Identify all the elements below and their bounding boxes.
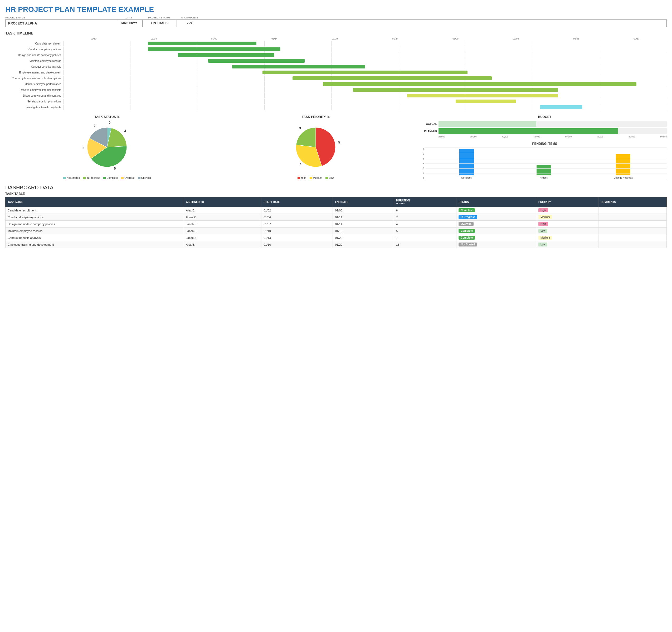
task-table: TASK NAMEASSIGNED TOSTART DATEEND DATEDU… <box>5 197 667 248</box>
page-title: HR PROJECT PLAN TEMPLATE EXAMPLE <box>5 5 667 14</box>
task-timeline-title: TASK TIMELINE <box>5 31 667 35</box>
task-status-pie <box>81 121 133 174</box>
table-row: Design and update company policiesJacob … <box>5 221 667 228</box>
project-info-row: PROJECT ALPHA MM/DD/YY ON TRACK 72% <box>5 20 667 27</box>
project-complete-label: % COMPLETE <box>176 16 203 19</box>
table-header: DURATIONin days <box>394 197 456 207</box>
legend-item: Complete <box>103 176 118 179</box>
gantt-chart: 12/3001/0401/0901/1401/1901/2401/2902/03… <box>5 37 667 110</box>
gantt-row: Conduct job analysis and role descriptio… <box>5 76 667 81</box>
pending-bar-group: Decisions <box>459 149 474 179</box>
legend-item: Overdue <box>121 176 135 179</box>
table-row: Candidate recruitmentAlex B.01/0201/086C… <box>5 207 667 214</box>
gantt-row: Conduct benefits analysis <box>5 64 667 69</box>
status-badge: Complete <box>459 229 475 233</box>
legend-item: Low <box>326 176 334 179</box>
legend-item: On Hold <box>138 176 151 179</box>
task-status-legend: Not StartedIn ProgressCompleteOverdueOn … <box>5 176 209 179</box>
table-header: ASSIGNED TO <box>184 197 261 207</box>
task-priority-title: TASK PRIORITY % <box>214 115 417 119</box>
pending-items-chart: PENDING ITEMS 6543210DecisionsActionsCha… <box>423 142 667 179</box>
project-complete-value: 72% <box>177 20 203 27</box>
project-name-value: PROJECT ALPHA <box>5 20 116 27</box>
legend-item: High <box>297 176 307 179</box>
pending-items-title: PENDING ITEMS <box>423 142 667 146</box>
status-badge: Complete <box>459 236 475 239</box>
status-badge: Not Started <box>459 243 477 247</box>
table-subtitle: TASK TABLE <box>5 192 667 196</box>
table-header: PRIORITY <box>536 197 598 207</box>
gantt-row: Resolve employee internal conflicts <box>5 87 667 93</box>
task-status-title: TASK STATUS % <box>5 115 209 119</box>
table-row: Conduct disciplinary actionsFrank C.01/0… <box>5 214 667 221</box>
status-badge: In Progress <box>459 215 477 219</box>
priority-badge: High <box>538 222 548 226</box>
budget-row: PLANNED <box>423 128 667 134</box>
project-status-value: ON TRACK <box>143 20 177 27</box>
table-header: STATUS <box>456 197 536 207</box>
priority-badge: Medium <box>538 236 552 239</box>
table-row: Maintain employee recordsJacob S.01/1001… <box>5 228 667 234</box>
legend-item: Not Started <box>63 176 80 179</box>
table-header: END DATE <box>333 197 394 207</box>
table-row: Employee training and developmentAlex B.… <box>5 241 667 248</box>
task-priority-legend: HighMediumLow <box>214 176 417 179</box>
gantt-row: Monitor employee performance <box>5 81 667 86</box>
budget-title: BUDGET <box>423 115 667 119</box>
priority-badge: Medium <box>538 215 552 219</box>
gantt-row: Conduct disciplinary actions <box>5 47 667 52</box>
gantt-row: Investigate internal complaints <box>5 104 667 110</box>
table-header: TASK NAME <box>5 197 184 207</box>
legend-item: Medium <box>310 176 322 179</box>
dashboard-title: DASHBOARD DATA <box>5 184 667 191</box>
priority-badge: Low <box>538 229 547 233</box>
budget-chart: BUDGET ACTUALPLANNED20,00030,00040,00050… <box>423 115 667 138</box>
charts-row: TASK STATUS % Not StartedIn ProgressComp… <box>5 115 667 179</box>
table-header: START DATE <box>261 197 333 207</box>
gantt-row: Design and update company policies <box>5 52 667 58</box>
priority-badge: Low <box>538 243 547 247</box>
priority-badge: High <box>538 208 548 212</box>
project-date-label: DATE <box>116 16 142 19</box>
table-header: COMMENTS <box>598 197 667 207</box>
gantt-row: Employee training and development <box>5 70 667 75</box>
right-charts: BUDGET ACTUALPLANNED20,00030,00040,00050… <box>423 115 667 179</box>
status-badge: Overdue <box>459 222 474 226</box>
project-header: PROJECT NAME DATE PROJECT STATUS % COMPL… <box>5 16 667 27</box>
pending-bar-group: Actions <box>536 165 551 179</box>
gantt-row: Candidate recruitment <box>5 41 667 46</box>
task-priority-chart: TASK PRIORITY % HighMediumLow <box>214 115 417 179</box>
gantt-row: Maintain employee records <box>5 58 667 64</box>
project-name-label: PROJECT NAME <box>5 16 116 19</box>
legend-item: In Progress <box>83 176 100 179</box>
table-row: Conduct benefits analysisJacob S.01/1301… <box>5 234 667 241</box>
project-status-label: PROJECT STATUS <box>142 16 176 19</box>
task-status-chart: TASK STATUS % Not StartedIn ProgressComp… <box>5 115 209 179</box>
project-date-value: MM/DD/YY <box>116 20 143 27</box>
budget-row: ACTUAL <box>423 121 667 127</box>
status-badge: Complete <box>459 208 475 212</box>
gantt-row: Set standards for promotions <box>5 99 667 104</box>
task-priority-pie <box>289 121 342 174</box>
gantt-row: Disburse rewards and incentives <box>5 93 667 98</box>
